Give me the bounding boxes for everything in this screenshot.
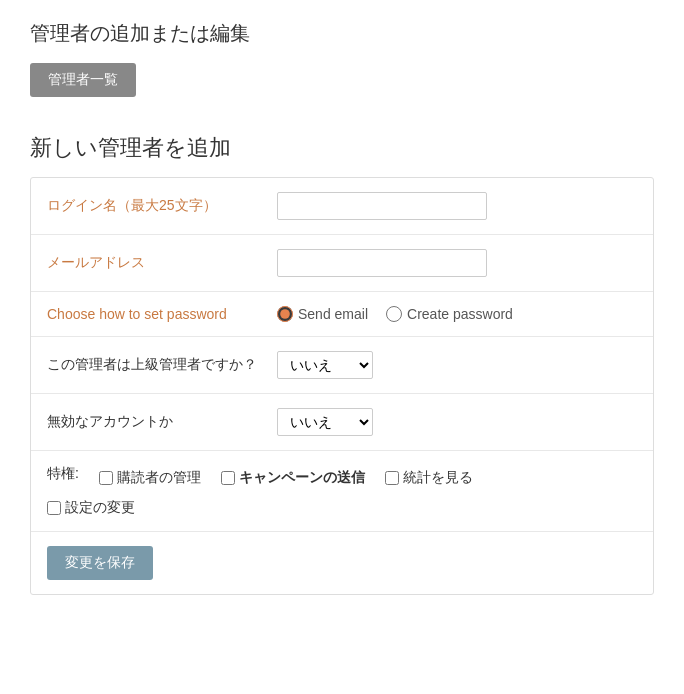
radio-create-password-option[interactable]: Create password: [386, 306, 513, 322]
privileges-row: 特権: 購読者の管理 キャンペーンの送信 統計を見る 設定の変更: [31, 451, 653, 532]
super-admin-label: この管理者は上級管理者ですか？: [47, 356, 277, 374]
privilege-settings-checkbox[interactable]: [47, 501, 61, 515]
email-input-wrap: [277, 249, 637, 277]
privileges-items: 特権: 購読者の管理 キャンペーンの送信 統計を見る: [47, 465, 637, 491]
password-row: Choose how to set password Send email Cr…: [31, 292, 653, 337]
password-radio-wrap: Send email Create password: [277, 306, 637, 322]
radio-create-password-label: Create password: [407, 306, 513, 322]
inactive-select-wrap: いいえ: [277, 408, 637, 436]
page-title: 管理者の追加または編集: [30, 20, 654, 47]
password-label: Choose how to set password: [47, 306, 277, 322]
privilege-campaigns-label: キャンペーンの送信: [239, 469, 365, 487]
privilege-settings-label: 設定の変更: [65, 499, 135, 517]
privilege-subscribers-label: 購読者の管理: [117, 469, 201, 487]
privilege-subscribers-checkbox[interactable]: [99, 471, 113, 485]
login-name-row: ログイン名（最大25文字）: [31, 178, 653, 235]
radio-send-email[interactable]: [277, 306, 293, 322]
inactive-select[interactable]: いいえ: [277, 408, 373, 436]
inactive-row: 無効なアカウントか いいえ: [31, 394, 653, 451]
email-row: メールアドレス: [31, 235, 653, 292]
privilege-settings[interactable]: 設定の変更: [47, 499, 637, 517]
privilege-stats-checkbox[interactable]: [385, 471, 399, 485]
privileges-label: 特権:: [47, 465, 79, 483]
radio-send-email-option[interactable]: Send email: [277, 306, 368, 322]
super-admin-row: この管理者は上級管理者ですか？ いいえ: [31, 337, 653, 394]
inactive-label: 無効なアカウントか: [47, 413, 277, 431]
save-button[interactable]: 変更を保存: [47, 546, 153, 580]
privilege-campaigns[interactable]: キャンペーンの送信: [221, 469, 365, 487]
privilege-stats-label: 統計を見る: [403, 469, 473, 487]
privilege-campaigns-checkbox[interactable]: [221, 471, 235, 485]
privilege-subscribers[interactable]: 購読者の管理: [99, 469, 201, 487]
submit-row: 変更を保存: [31, 532, 653, 594]
radio-create-password[interactable]: [386, 306, 402, 322]
login-input-wrap: [277, 192, 637, 220]
login-label: ログイン名（最大25文字）: [47, 197, 277, 215]
privilege-stats[interactable]: 統計を見る: [385, 469, 473, 487]
radio-send-email-label: Send email: [298, 306, 368, 322]
email-label: メールアドレス: [47, 254, 277, 272]
super-admin-select-wrap: いいえ: [277, 351, 637, 379]
list-button[interactable]: 管理者一覧: [30, 63, 136, 97]
email-input[interactable]: [277, 249, 487, 277]
super-admin-select[interactable]: いいえ: [277, 351, 373, 379]
section-title: 新しい管理者を追加: [30, 133, 654, 163]
login-input[interactable]: [277, 192, 487, 220]
form-container: ログイン名（最大25文字） メールアドレス Choose how to set …: [30, 177, 654, 595]
password-radio-group: Send email Create password: [277, 306, 637, 322]
